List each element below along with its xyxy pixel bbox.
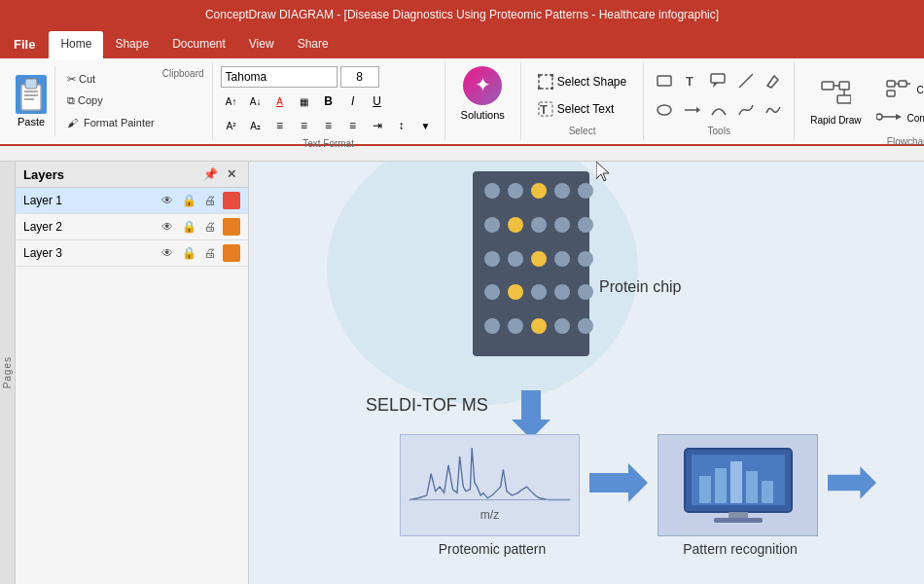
- more-btn[interactable]: ▼: [415, 115, 437, 136]
- layer-2-lock[interactable]: 🔒: [180, 218, 197, 236]
- decrease-font-btn[interactable]: A↓: [245, 91, 267, 112]
- chart-area: [401, 435, 579, 508]
- layer-row-2[interactable]: Layer 2 👁 🔒 🖨: [16, 214, 248, 240]
- layer-1-print[interactable]: 🖨: [201, 192, 219, 209]
- canvas[interactable]: Protein chip SELDI-TOF MS m/z Proteomic …: [249, 162, 924, 584]
- tab-home[interactable]: Home: [49, 31, 103, 60]
- layers-panel: Layers 📌 ✕ Layer 1 👁 🔒 🖨 Layer 2 👁 🔒 🖨 L…: [16, 162, 249, 584]
- underline-btn[interactable]: U: [367, 91, 388, 112]
- select-text-button[interactable]: T Select Text: [529, 97, 622, 121]
- paste-button[interactable]: Paste: [8, 66, 55, 136]
- align-left-btn[interactable]: ≡: [269, 115, 291, 136]
- svg-rect-3: [24, 94, 38, 96]
- spacing-btn[interactable]: ↕: [391, 115, 412, 136]
- font-label: Text Format: [302, 138, 354, 149]
- tab-bar: File Home Shape Document View Share: [0, 29, 924, 58]
- chain-icon: [886, 75, 913, 104]
- chain-button[interactable]: Chain: [872, 73, 924, 106]
- svg-text:T: T: [540, 102, 548, 117]
- cut-button[interactable]: ✂Cut: [63, 72, 159, 87]
- close-layers-button[interactable]: ✕: [223, 165, 240, 183]
- layer-2-print[interactable]: 🖨: [201, 218, 219, 236]
- svg-rect-24: [839, 82, 849, 90]
- callout-tool[interactable]: [706, 68, 731, 93]
- svg-point-9: [551, 74, 553, 77]
- text-tool[interactable]: T: [679, 68, 704, 93]
- layer-3-lock[interactable]: 🔒: [180, 244, 197, 262]
- title-text: ConceptDraw DIAGRAM - [Disease Diagnosti…: [205, 8, 719, 21]
- subscript-btn[interactable]: A₂: [245, 115, 267, 136]
- arc-tool[interactable]: [706, 97, 731, 123]
- layer-1-visibility[interactable]: 👁: [159, 192, 176, 209]
- copy-button[interactable]: ⧉Copy: [63, 93, 159, 108]
- tab-share[interactable]: Share: [286, 29, 340, 58]
- monitor-svg: [680, 447, 797, 525]
- layer-3-print[interactable]: 🖨: [201, 244, 219, 262]
- pattern-box: [657, 434, 818, 536]
- layers-header: Layers 📌 ✕: [16, 162, 248, 188]
- svg-rect-51: [730, 461, 742, 503]
- highlight-btn[interactable]: ▦: [294, 91, 315, 112]
- select-group: Select Shape T Select Text Select: [521, 62, 644, 140]
- layer-2-name: Layer 2: [23, 220, 155, 234]
- tab-document[interactable]: Document: [160, 29, 237, 58]
- tab-view[interactable]: View: [237, 29, 286, 58]
- proteomic-box: m/z: [400, 434, 580, 536]
- indent-btn[interactable]: ⇥: [367, 115, 388, 136]
- pages-sidebar: Pages: [0, 162, 16, 584]
- format-painter-button[interactable]: 🖌Format Painter: [63, 115, 159, 130]
- svg-rect-50: [715, 468, 727, 503]
- tools-group: T: [644, 62, 795, 140]
- connector-button[interactable]: Connector: [872, 108, 924, 128]
- pin-icon[interactable]: 📌: [201, 165, 219, 183]
- layer-2-color[interactable]: [223, 218, 240, 236]
- select-shape-icon: [538, 74, 553, 90]
- svg-rect-55: [714, 518, 763, 523]
- align-center-btn[interactable]: ≡: [294, 115, 315, 136]
- layer-1-name: Layer 1: [23, 194, 155, 207]
- pen-tool[interactable]: [761, 68, 786, 93]
- select-text-icon: T: [538, 101, 553, 117]
- layer-3-color[interactable]: [223, 244, 240, 262]
- increase-font-btn[interactable]: A↑: [221, 91, 242, 112]
- font-size-input[interactable]: [340, 66, 379, 88]
- line-tool[interactable]: [733, 68, 759, 93]
- layer-row-3[interactable]: Layer 3 👁 🔒 🖨: [16, 240, 248, 267]
- free-tool[interactable]: [761, 97, 786, 123]
- curve-tool[interactable]: [733, 97, 759, 123]
- select-shape-button[interactable]: Select Shape: [529, 70, 635, 93]
- right-arrow-1: [589, 463, 648, 502]
- connector-tool[interactable]: [679, 97, 704, 123]
- layer-row-1[interactable]: Layer 1 👁 🔒 🖨: [16, 188, 248, 214]
- svg-rect-29: [899, 81, 906, 87]
- layer-3-visibility[interactable]: 👁: [159, 244, 176, 262]
- mz-label: m/z: [401, 508, 579, 522]
- rapid-draw-button[interactable]: Rapid Draw: [802, 66, 869, 134]
- justify-btn[interactable]: ≡: [342, 115, 364, 136]
- svg-rect-1: [25, 79, 37, 89]
- tab-file[interactable]: File: [0, 29, 49, 58]
- svg-rect-31: [887, 91, 895, 96]
- layers-title: Layers: [23, 167, 64, 182]
- flowchart-label: Flowchart: [802, 136, 924, 147]
- font-name-input[interactable]: [221, 66, 338, 88]
- svg-rect-2: [24, 91, 38, 92]
- rapid-draw-label: Rapid Draw: [810, 115, 861, 126]
- italic-btn[interactable]: I: [342, 91, 364, 112]
- svg-text:✦: ✦: [475, 74, 491, 95]
- pages-label: Pages: [2, 356, 13, 388]
- svg-marker-56: [828, 466, 876, 498]
- layer-1-lock[interactable]: 🔒: [180, 192, 197, 209]
- bold-btn[interactable]: B: [318, 91, 339, 112]
- solutions-button[interactable]: ✦ Solutions: [461, 66, 505, 121]
- solutions-icon: ✦: [463, 66, 502, 105]
- layer-2-visibility[interactable]: 👁: [159, 218, 176, 236]
- oval-tool[interactable]: [652, 97, 677, 123]
- layer-1-color[interactable]: [223, 192, 240, 209]
- align-right-btn[interactable]: ≡: [318, 115, 339, 136]
- rect-tool[interactable]: [652, 68, 677, 93]
- font-color-btn[interactable]: A: [269, 91, 291, 112]
- solutions-group: ✦ Solutions: [445, 62, 521, 140]
- tab-shape[interactable]: Shape: [103, 29, 160, 58]
- superscript-btn[interactable]: A²: [221, 115, 242, 136]
